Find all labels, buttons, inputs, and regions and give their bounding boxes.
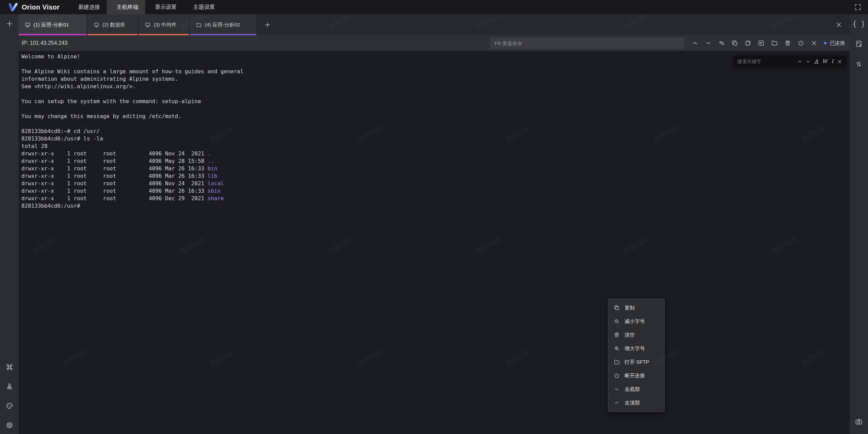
rail-theme-settings-button[interactable]	[5, 402, 14, 410]
power-icon	[614, 373, 620, 379]
paste-button[interactable]	[741, 40, 754, 46]
menu-copy[interactable]: 复制	[608, 301, 664, 315]
power-icon	[797, 40, 804, 46]
tab-2[interactable]: (2) 数据库	[87, 14, 138, 35]
terminal-line: drwxr-xr-x 1 root root 4096 Nov 24 2021 …	[21, 150, 850, 157]
connection-status: 已连接	[824, 40, 845, 46]
search-close-button[interactable]	[836, 58, 843, 65]
menu-open-sftp-label: 打开 SFTP	[625, 359, 649, 365]
menu-display-settings[interactable]: 显示设置	[145, 0, 183, 14]
terminal-viewport[interactable]: Welcome to Alpine! The Alpine Wiki conta…	[19, 51, 850, 434]
terminal-line	[21, 90, 850, 98]
search-prev-button[interactable]	[796, 58, 803, 65]
status-label: 已连接	[830, 40, 845, 46]
terminal-line: 828133bb4cd6:/usr#	[21, 202, 850, 210]
chevron-down-icon	[806, 59, 811, 64]
terminal-line: drwxr-xr-x 1 root root 4096 Nov 24 2021 …	[21, 180, 850, 187]
scroll-up-button[interactable]	[688, 40, 702, 46]
rail-screenshot-button[interactable]	[855, 418, 863, 426]
whole-word-toggle[interactable]: W	[821, 59, 828, 64]
terminal-line: 828133bb4cd6:~# cd /usr/	[21, 128, 850, 135]
clear-button[interactable]	[781, 40, 794, 46]
rail-scroll-button[interactable]	[855, 60, 863, 68]
terminal-line	[21, 60, 850, 68]
rail-variables-button[interactable]: { }	[852, 20, 865, 27]
left-rail	[0, 14, 19, 434]
terminal-line: drwxr-xr-x 1 root root 4096 Mar 26 16:33…	[21, 172, 850, 180]
fullscreen-button[interactable]	[854, 3, 862, 11]
terminal-context-menu: 复制减小字号清空增大字号打开 SFTP断开连接去底部去顶部	[608, 299, 665, 412]
menu-increase-font-label: 增大字号	[625, 345, 645, 352]
status-dot-icon	[824, 42, 827, 44]
menu-go-top-label: 去顶部	[625, 400, 640, 406]
plus-icon	[264, 21, 271, 28]
regex-toggle[interactable]: I	[830, 59, 834, 64]
close-terminal-button[interactable]	[807, 40, 821, 46]
scroll-down-button[interactable]	[702, 40, 715, 46]
match-case-toggle[interactable]: A	[813, 59, 819, 64]
menu-new-connection-label: 新建连接	[78, 4, 100, 11]
terminal-line: drwxr-xr-x 1 root root 4096 Dec 29 2021 …	[21, 195, 850, 202]
chevron-up-icon	[692, 40, 698, 46]
camera-icon	[855, 418, 863, 426]
rail-shortcut-button[interactable]	[5, 363, 14, 371]
terminal-line: See <http://wiki.alpinelinux.org/>.	[21, 83, 850, 90]
menu-decrease-font[interactable]: 减小字号	[608, 315, 664, 328]
right-rail: { }	[850, 14, 868, 434]
menu-disconnect[interactable]: 断开连接	[608, 369, 664, 382]
rail-display-settings-button[interactable]	[5, 382, 14, 391]
trash-icon	[784, 40, 791, 46]
menu-theme-settings[interactable]: 主题设置	[183, 0, 222, 14]
disconnect-button[interactable]	[794, 40, 807, 46]
ip-label: IP: 101.43.254.243	[19, 40, 67, 46]
send-command-input[interactable]	[490, 37, 684, 49]
close-icon	[811, 40, 817, 46]
terminal-line: total 28	[21, 143, 850, 150]
tab-4[interactable]: (4) 应用-分析02	[190, 14, 256, 35]
rail-new-connection-button[interactable]	[5, 20, 14, 28]
rail-settings-button[interactable]	[5, 421, 14, 429]
tab-underline	[139, 34, 189, 35]
tab-1[interactable]: (1) 应用-分析01	[19, 14, 86, 35]
directory-name: share	[208, 195, 224, 202]
menu-clear[interactable]: 清空	[608, 328, 664, 342]
search-controls: AWI	[796, 58, 846, 65]
zoom-in-icon	[614, 345, 620, 352]
palette-icon	[5, 402, 14, 410]
menu-new-connection[interactable]: 新建连接	[68, 0, 107, 14]
menu-disconnect-label: 断开连接	[625, 373, 645, 379]
tab-underline	[87, 34, 138, 35]
copy-icon	[731, 40, 738, 46]
close-all-tabs-button[interactable]	[833, 21, 844, 29]
menu-increase-font[interactable]: 增大字号	[608, 342, 664, 355]
chevron-up-icon	[797, 59, 802, 64]
rail-docs-button[interactable]	[855, 40, 863, 48]
menu-go-bottom[interactable]: 去底部	[608, 382, 664, 396]
stamp-icon	[5, 382, 14, 391]
menu-go-top[interactable]: 去顶部	[608, 396, 664, 410]
search-button[interactable]	[715, 40, 728, 46]
monitor-icon	[25, 22, 31, 28]
sort-icon	[855, 60, 863, 68]
tab-3[interactable]: (3) 中间件	[139, 14, 189, 35]
terminal-line	[21, 105, 850, 113]
sftp-button[interactable]	[768, 40, 781, 46]
copy-button[interactable]	[728, 40, 741, 46]
snippet-button[interactable]	[754, 40, 768, 46]
connection-bar-right: 已连接	[490, 37, 850, 49]
zoom-out-icon	[614, 318, 620, 324]
brand: Orion Visor	[0, 3, 60, 12]
tab-underline	[190, 34, 256, 35]
menu-open-sftp[interactable]: 打开 SFTP	[608, 355, 664, 369]
menu-host-terminal[interactable]: 主机终端	[107, 0, 145, 14]
gear-icon	[5, 421, 14, 429]
monitor-icon	[145, 22, 151, 28]
top-bar-right	[854, 3, 868, 11]
menu-clear-label: 清空	[625, 332, 635, 338]
menu-host-terminal-label: 主机终端	[117, 4, 138, 11]
directory-name: local	[208, 180, 224, 187]
search-next-button[interactable]	[805, 58, 811, 65]
search-keyword-input[interactable]	[733, 59, 796, 64]
new-tab-button[interactable]	[262, 21, 273, 29]
directory-name: sbin	[208, 188, 221, 194]
